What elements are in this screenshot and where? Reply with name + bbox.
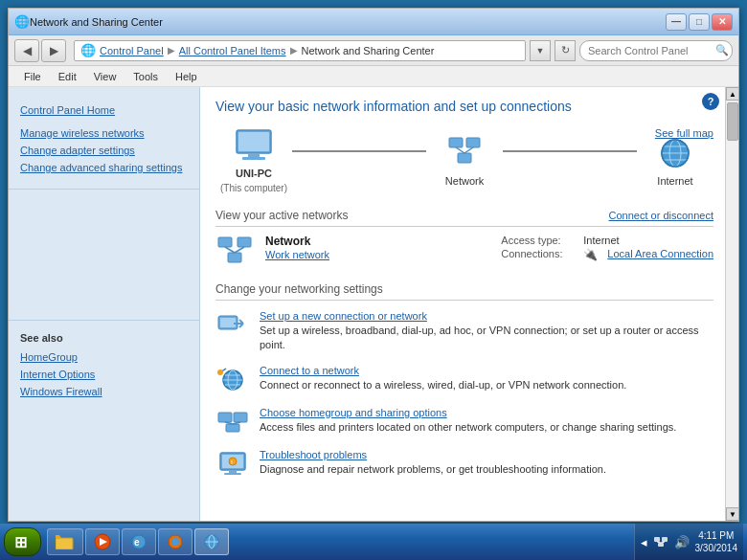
svg-rect-54 xyxy=(654,537,660,542)
windows-orb: ⊞ xyxy=(14,533,27,551)
svg-line-57 xyxy=(657,542,661,543)
svg-rect-33 xyxy=(234,413,247,422)
taskbar-app-ie[interactable]: e xyxy=(122,528,156,555)
diagram-line-1 xyxy=(292,150,426,152)
setting-link-2[interactable]: Connect to a network xyxy=(260,365,713,376)
taskbar-app-explorer[interactable] xyxy=(47,528,83,555)
search-button[interactable]: 🔍 xyxy=(715,44,729,56)
setting-item-4: ! Troubleshoot problems Diagnose and rep… xyxy=(215,449,713,480)
sidebar-see-also-section: HomeGroup Internet Options Windows Firew… xyxy=(9,347,199,407)
network-icon xyxy=(441,135,487,171)
svg-rect-1 xyxy=(238,132,269,151)
setting-item-1: Set up a new connection or network Set u… xyxy=(215,310,713,353)
connect-disconnect-link[interactable]: Connect or disconnect xyxy=(609,210,713,221)
setting-content-2: Connect to a network Connect or reconnec… xyxy=(260,365,713,392)
pc-label: UNI-PC xyxy=(236,168,272,179)
taskbar-app-media[interactable] xyxy=(85,528,120,555)
tray-volume-icon[interactable]: 🔊 xyxy=(674,535,690,549)
sidebar-home-link[interactable]: Control Panel Home xyxy=(20,104,188,116)
active-networks-header: View your active networks Connect or dis… xyxy=(215,209,713,227)
scroll-up-button[interactable]: ▲ xyxy=(726,87,738,101)
network-label: Network xyxy=(445,175,484,187)
search-wrapper: 🔍 xyxy=(579,40,733,61)
see-full-map-link[interactable]: See full map xyxy=(655,127,713,139)
connections-row: Connections: 🔌 Local Area Connection xyxy=(501,248,713,261)
connection-icon: 🔌 xyxy=(583,248,598,261)
clock-date: 3/30/2014 xyxy=(695,542,738,554)
sidebar-link-wireless[interactable]: Manage wireless networks xyxy=(20,127,188,139)
addressbar: ◀ ▶ 🌐 Control Panel ▶ All Control Panel … xyxy=(9,35,738,66)
start-button[interactable]: ⊞ xyxy=(4,527,41,556)
maximize-button[interactable]: □ xyxy=(689,13,710,31)
tray-time[interactable]: 4:11 PM 3/30/2014 xyxy=(695,529,738,554)
setting-icon-3 xyxy=(215,407,250,437)
taskbar-app-network[interactable] xyxy=(194,528,229,555)
pc-icon xyxy=(231,127,277,164)
svg-rect-55 xyxy=(662,537,668,542)
sidebar-link-homegroup[interactable]: HomeGroup xyxy=(20,351,188,363)
refresh-button[interactable]: ↻ xyxy=(555,40,576,61)
minimize-button[interactable]: — xyxy=(666,13,687,31)
sidebar-divider-1 xyxy=(9,189,199,190)
setting-item-2: Connect to a network Connect or reconnec… xyxy=(215,365,713,395)
setting-link-4[interactable]: Troubleshoot problems xyxy=(260,449,713,460)
forward-button[interactable]: ▶ xyxy=(41,39,66,62)
address-dropdown[interactable]: ▼ xyxy=(530,40,551,61)
connection-link[interactable]: Local Area Connection xyxy=(607,248,713,261)
help-button[interactable]: ? xyxy=(702,93,719,110)
diagram-node-network: Network xyxy=(426,135,503,187)
content-area: ? View your basic network information an… xyxy=(200,87,738,521)
scroll-down-button[interactable]: ▼ xyxy=(726,507,738,521)
setting-link-3[interactable]: Choose homegroup and sharing options xyxy=(260,407,713,418)
taskbar-app-firefox[interactable] xyxy=(158,528,192,555)
setting-item-3: Choose homegroup and sharing options Acc… xyxy=(215,407,713,437)
sidebar-link-firewall[interactable]: Windows Firewall xyxy=(20,386,188,397)
network-info-right: Access type: Internet Connections: 🔌 Loc… xyxy=(501,235,713,263)
sidebar-link-adapter[interactable]: Change adapter settings xyxy=(20,145,188,156)
sidebar: Control Panel Home Manage wireless netwo… xyxy=(9,87,200,521)
scrollbar[interactable]: ▲ ▼ xyxy=(725,87,738,521)
search-input[interactable] xyxy=(579,40,733,61)
address-path[interactable]: 🌐 Control Panel ▶ All Control Panel Item… xyxy=(74,40,526,61)
access-type-label: Access type: xyxy=(501,235,577,246)
separator-1: ▶ xyxy=(168,45,175,56)
diagram-node-pc: UNI-PC (This computer) xyxy=(215,127,292,193)
tray-network-icon[interactable] xyxy=(653,535,668,549)
svg-rect-17 xyxy=(228,253,241,262)
network-diagram: UNI-PC (This computer) xyxy=(215,127,713,193)
menu-help[interactable]: Help xyxy=(168,69,205,84)
taskbar-apps: e xyxy=(43,528,632,555)
network-info-row: Network Work network Access type: Intern… xyxy=(215,235,713,269)
close-button[interactable]: ✕ xyxy=(712,13,733,31)
scroll-thumb[interactable] xyxy=(727,102,738,141)
svg-rect-4 xyxy=(449,138,463,147)
network-type-link[interactable]: Work network xyxy=(265,249,329,260)
sidebar-link-internet-options[interactable]: Internet Options xyxy=(20,369,188,380)
address-icon: 🌐 xyxy=(80,43,96,57)
network-info-left: Network Work network xyxy=(265,235,501,261)
tray-arrow[interactable]: ◂ xyxy=(641,535,647,549)
taskbar: ⊞ e xyxy=(0,524,747,560)
svg-line-7 xyxy=(456,147,464,153)
svg-point-50 xyxy=(171,538,179,546)
svg-point-31 xyxy=(217,370,223,375)
active-networks-title: View your active networks xyxy=(215,209,349,222)
setting-link-1[interactable]: Set up a new connection or network xyxy=(260,310,713,322)
menu-view[interactable]: View xyxy=(86,69,124,84)
nav-buttons: ◀ ▶ xyxy=(14,39,66,62)
menu-edit[interactable]: Edit xyxy=(51,69,84,84)
sidebar-section-main: Control Panel Home Manage wireless netwo… xyxy=(9,97,199,181)
diagram-line-2 xyxy=(503,150,637,152)
menu-file[interactable]: File xyxy=(16,69,49,84)
sidebar-see-also-label: See also xyxy=(9,328,199,347)
svg-rect-39 xyxy=(229,470,237,473)
svg-line-58 xyxy=(661,542,665,543)
back-button[interactable]: ◀ xyxy=(14,39,39,62)
svg-rect-34 xyxy=(226,424,239,432)
main-area: Control Panel Home Manage wireless netwo… xyxy=(9,87,738,521)
page-title: View your basic network information and … xyxy=(215,99,713,114)
menu-tools[interactable]: Tools xyxy=(125,69,166,84)
sidebar-link-advanced[interactable]: Change advanced sharing settings xyxy=(20,162,188,173)
internet-icon xyxy=(652,135,698,171)
menubar: File Edit View Tools Help xyxy=(9,66,738,87)
